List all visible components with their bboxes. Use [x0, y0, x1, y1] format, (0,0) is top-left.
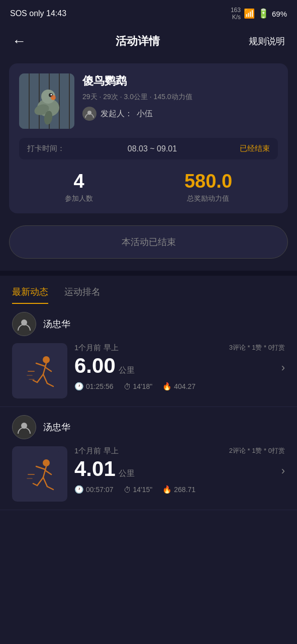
user-name-2: 汤忠华	[43, 421, 70, 433]
run-metric-pace-1: ⏱ 14'18"	[124, 382, 153, 391]
participants-label: 参加人数	[65, 194, 93, 203]
battery-percent: 69%	[272, 10, 287, 18]
run-card-2[interactable]: 1个月前 早上 2评论 * 1赞 * 0打赏 4.01 公里 › 🕐 00:57…	[12, 446, 285, 502]
status-time: SOS only 14:43	[10, 9, 66, 18]
run-duration-1: 01:25:56	[86, 382, 114, 390]
run-dist-unit-1: 公里	[119, 365, 135, 376]
run-figure-2	[17, 451, 62, 497]
activity-card: 傻鸟鹦鹉 29天 · 29次 · 3.0公里 · 145.0动力值 发起人： 小…	[9, 63, 288, 213]
bird-photo	[19, 73, 74, 129]
user-avatar-2	[12, 415, 36, 439]
pace-icon-1: ⏱	[124, 382, 131, 391]
date-label: 打卡时间：	[27, 144, 65, 153]
run-metric-calories-2: 🔥 268.71	[162, 485, 195, 494]
end-button-wrap: 本活动已结束	[9, 225, 288, 259]
stats-row: 4 参加人数 580.0 总奖励动力值	[19, 171, 278, 203]
reward-stat: 580.0 总奖励动力值	[184, 171, 232, 203]
end-activity-button: 本活动已结束	[9, 225, 288, 259]
svg-rect-29	[17, 451, 62, 497]
rule-link[interactable]: 规则说明	[249, 35, 285, 47]
run-comments-2: 2评论 * 1赞 * 0打赏	[229, 446, 285, 455]
organizer-avatar	[82, 107, 96, 121]
run-details-2: 1个月前 早上 2评论 * 1赞 * 0打赏 4.01 公里 › 🕐 00:57…	[74, 446, 285, 502]
run-arrow-1[interactable]: ›	[281, 361, 285, 374]
run-comments-1: 3评论 * 1赞 * 0打赏	[229, 343, 285, 352]
run-metric-pace-2: ⏱ 14'15"	[124, 486, 153, 494]
clock-icon-1: 🕐	[74, 382, 84, 391]
user-avatar-1	[12, 312, 36, 336]
svg-point-17	[43, 356, 50, 363]
run-distance-row-2: 4.01 公里 ›	[74, 457, 285, 485]
run-metrics-1: 🕐 01:25:56 ⏱ 14'18" 🔥 404.27	[74, 382, 285, 391]
tabs: 最新动态 运动排名	[0, 276, 297, 304]
participants-stat: 4 参加人数	[65, 171, 93, 203]
page-title: 活动详情	[116, 34, 160, 49]
wifi-icon: 📶	[244, 8, 255, 19]
run-card-1[interactable]: 1个月前 早上 3评论 * 1赞 * 0打赏 6.00 公里 › 🕐 01:25…	[12, 343, 285, 398]
run-duration-2: 00:57:07	[86, 486, 114, 494]
activity-details: 傻鸟鹦鹉 29天 · 29次 · 3.0公里 · 145.0动力值 发起人： 小…	[82, 73, 278, 129]
svg-point-11	[51, 95, 56, 100]
organizer-name: 小伍	[137, 109, 153, 119]
fire-icon-2: 🔥	[162, 485, 172, 494]
section-divider	[0, 271, 297, 276]
run-metric-duration-2: 🕐 00:57:07	[74, 485, 114, 494]
user-name-1: 汤忠华	[43, 318, 70, 330]
run-metric-calories-1: 🔥 404.27	[162, 382, 195, 391]
organizer-label: 发起人：	[101, 109, 133, 119]
activity-organizer: 发起人： 小伍	[82, 107, 278, 121]
svg-point-30	[43, 459, 50, 466]
date-value: 08.03 ~ 09.01	[128, 144, 177, 153]
header: ← 活动详情 规则说明	[0, 25, 297, 57]
run-dist-num-2: 4.01	[74, 457, 116, 481]
tab-latest[interactable]: 最新动态	[12, 286, 48, 304]
run-dist-left-1: 6.00 公里	[74, 354, 281, 382]
run-calories-2: 268.71	[174, 486, 195, 494]
feed-item-1: 汤忠华	[0, 304, 297, 407]
tab-ranking[interactable]: 运动排名	[64, 286, 101, 304]
fire-icon-1: 🔥	[162, 382, 172, 391]
activity-stats: 29天 · 29次 · 3.0公里 · 145.0动力值	[82, 93, 278, 102]
run-dist-left-2: 4.01 公里	[74, 457, 281, 485]
run-distance-1: 6.00 公里	[74, 354, 281, 378]
svg-point-9	[51, 94, 52, 96]
run-dist-num-1: 6.00	[74, 354, 116, 378]
run-pace-2: 14'15"	[133, 486, 153, 494]
feed-user-row-1: 汤忠华	[12, 312, 285, 336]
run-calories-1: 404.27	[174, 382, 195, 390]
run-arrow-2[interactable]: ›	[281, 464, 285, 477]
clock-icon-2: 🕐	[74, 485, 84, 494]
participants-num: 4	[65, 171, 93, 192]
run-distance-row-1: 6.00 公里 ›	[74, 354, 285, 382]
run-figure-1	[17, 348, 62, 393]
date-status: 已经结束	[240, 144, 270, 153]
battery-icon: 🔋	[258, 8, 269, 19]
pace-icon-2: ⏱	[124, 486, 131, 494]
run-thumb-2	[12, 446, 67, 502]
reward-label: 总奖励动力值	[184, 194, 232, 203]
run-metrics-2: 🕐 00:57:07 ⏱ 14'15" 🔥 268.71	[74, 485, 285, 494]
svg-rect-16	[17, 348, 62, 393]
back-button[interactable]: ←	[12, 33, 26, 49]
run-metric-duration-1: 🕐 01:25:56	[74, 382, 114, 391]
run-details-1: 1个月前 早上 3评论 * 1赞 * 0打赏 6.00 公里 › 🕐 01:25…	[74, 343, 285, 398]
activity-image	[19, 73, 74, 129]
run-time-label-1: 1个月前 早上	[74, 343, 119, 353]
reward-num: 580.0	[184, 171, 232, 192]
status-icons: 163K/s 📶 🔋 69%	[231, 7, 287, 21]
activity-name: 傻鸟鹦鹉	[82, 73, 278, 89]
run-pace-1: 14'18"	[133, 382, 153, 390]
run-thumb-1	[12, 343, 67, 398]
activity-info: 傻鸟鹦鹉 29天 · 29次 · 3.0公里 · 145.0动力值 发起人： 小…	[19, 73, 278, 129]
run-meta-top-2: 1个月前 早上 2评论 * 1赞 * 0打赏	[74, 446, 285, 456]
run-time-label-2: 1个月前 早上	[74, 446, 119, 456]
feed-item-2: 汤忠华 1个月前 早上	[0, 407, 297, 510]
signal-text: 163K/s	[231, 7, 241, 21]
run-meta-top-1: 1个月前 早上 3评论 * 1赞 * 0打赏	[74, 343, 285, 353]
status-bar: SOS only 14:43 163K/s 📶 🔋 69%	[0, 0, 297, 25]
run-dist-unit-2: 公里	[119, 468, 135, 479]
date-row: 打卡时间： 08.03 ~ 09.01 已经结束	[19, 138, 278, 159]
feed-user-row-2: 汤忠华	[12, 415, 285, 439]
run-distance-2: 4.01 公里	[74, 457, 281, 481]
